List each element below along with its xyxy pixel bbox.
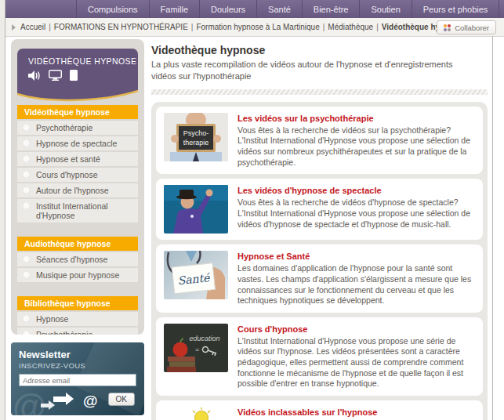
card-videos-inclassables[interactable]: Vidéos inclassables sur l'hypnose Les vi… xyxy=(156,400,483,420)
sidebar-item-hypnose-et-sante[interactable]: Hypnose et santé xyxy=(17,152,138,166)
sidebar-item-psychotherapie-livres[interactable]: Psychothérapie xyxy=(17,328,138,335)
page-left-edge xyxy=(0,0,5,420)
newsletter-email-input[interactable] xyxy=(19,374,136,386)
breadcrumb-separator: | xyxy=(191,23,194,31)
sidebar-group-bibliotheque-header[interactable]: Bibliothèque hypnose xyxy=(17,296,138,310)
arrow-right-icon xyxy=(53,393,74,405)
card-hypnose-sante[interactable]: Santé Hypnose et Santé Les domaines d'ap… xyxy=(156,244,483,313)
sidebar-item-psychotherapie[interactable]: Psychothérapie xyxy=(17,121,138,135)
svg-text:=: = xyxy=(195,346,199,353)
inclassables-thumbnail-image xyxy=(164,407,228,420)
nav-item-douleurs[interactable]: Douleurs xyxy=(199,0,256,18)
newsletter-box: @ Newsletter INSCRIVEZ-VOUS @ OK xyxy=(11,342,144,415)
card-text-cours: L'Institut International d'Hypnose vous … xyxy=(237,336,475,389)
newsletter-subtitle: INSCRIVEZ-VOUS xyxy=(19,361,136,370)
card-title-cours[interactable]: Cours d'hypnose xyxy=(237,324,475,334)
chalkboard-text-line1: Psycho- xyxy=(183,129,209,137)
card-text-spectacle: Vous êtes à la recherche de vidéos d'hyp… xyxy=(237,197,475,230)
nav-item-bien-etre[interactable]: Bien-être xyxy=(302,0,360,18)
breadcrumb-bar: Accueil | FORMATIONS EN HYPNOTHÉRAPIE | … xyxy=(5,18,504,37)
breadcrumb-mediatheque[interactable]: Médiathèque xyxy=(328,23,373,31)
breadcrumb-arrow-icon xyxy=(12,24,16,31)
breadcrumb-separator: | xyxy=(376,23,379,31)
newsletter-ok-button[interactable]: OK xyxy=(108,393,135,406)
speaker-icon xyxy=(28,71,41,81)
cours-thumbnail-image: education = xyxy=(164,324,228,372)
video-category-list: Psycho- therapie Les vidéos sur la psych… xyxy=(151,102,488,420)
breadcrumb-accueil[interactable]: Accueil xyxy=(20,23,45,31)
bullet-icon xyxy=(23,139,30,147)
bullet-icon xyxy=(23,171,30,178)
page-subtitle: La plus vaste recompilation de vidéos au… xyxy=(151,59,465,82)
nav-item-performances[interactable]: Performances xyxy=(499,0,504,18)
breadcrumb-formation-martinique[interactable]: Formation hypnose à La Martinique xyxy=(196,23,319,31)
collaborate-button[interactable]: Collaborer xyxy=(437,20,496,34)
card-title-sante[interactable]: Hypnose et Santé xyxy=(237,252,475,261)
nav-item-compulsions[interactable]: Compulsions xyxy=(76,0,149,18)
bullet-icon xyxy=(23,124,30,131)
sidebar-item-autour-de-lhypnose[interactable]: Autour de l'hypnose xyxy=(17,183,138,197)
sidebar-item-label: Cours d'hypnose xyxy=(36,170,97,179)
psychotherapie-thumbnail-image: Psycho- therapie xyxy=(164,113,228,161)
sidebar-group-videotheque-header[interactable]: Vidéothèque hypnose xyxy=(17,105,138,119)
sidebar-item-hypnose[interactable]: Hypnose xyxy=(17,312,138,326)
bullet-icon xyxy=(23,271,30,278)
main-content: Videothèque hypnose La plus vaste recomp… xyxy=(151,44,488,420)
sidebar-item-label: Hypnose xyxy=(36,314,68,324)
sidebar-item-musique-pour-hypnose[interactable]: Musique pour hypnose xyxy=(17,268,138,282)
card-psychotherapie[interactable]: Psycho- therapie Les vidéos sur la psych… xyxy=(156,107,483,175)
card-cours-hypnose[interactable]: education = Cours d'hypnose L'Institut I… xyxy=(156,317,483,396)
sidebar-group-bibliotheque: Bibliothèque hypnose Hypnose Psychothéra… xyxy=(17,296,138,335)
tablet-icon xyxy=(70,70,78,81)
sidebar-item-cours-dhypnose[interactable]: Cours d'hypnose xyxy=(17,168,138,182)
newsletter-bottom-row: @ OK xyxy=(19,391,136,411)
sidebar-item-label: Hypnose de spectacle xyxy=(36,139,117,148)
sidebar-item-label: Autour de l'hypnose xyxy=(36,186,109,195)
sidebar-item-label: Musique pour hypnose xyxy=(36,270,119,280)
sidebar-swoosh-decoration xyxy=(17,89,138,102)
page-right-border xyxy=(492,36,493,420)
sidebar-item-label: Hypnose et santé xyxy=(36,154,100,164)
newsletter-title: Newsletter xyxy=(19,349,136,360)
top-navigation: Compulsions Famille Douleurs Santé Bien-… xyxy=(5,0,504,18)
sidebar-hero-title: VIDÉOTHÈQUE HYPNOSE xyxy=(28,56,138,66)
sidebar-group-videotheque: Vidéothèque hypnose Psychothérapie Hypno… xyxy=(17,105,138,223)
sidebar-item-label: Séances d'hypnose xyxy=(36,255,107,264)
sidebar-hero-banner: VIDÉOTHÈQUE HYPNOSE xyxy=(17,49,138,89)
sidebar-item-label: Psychothérapie xyxy=(36,123,92,132)
hatched-divider xyxy=(151,89,488,95)
sidebar-item-label: Psychothérapie xyxy=(36,330,92,335)
sidebar: VIDÉOTHÈQUE HYPNOSE xyxy=(11,39,144,335)
sidebar-group-audiotheque-header[interactable]: Audiothèque hypnose xyxy=(17,237,138,251)
nav-item-peurs-et-phobies[interactable]: Peurs et phobies xyxy=(412,0,499,18)
card-text-sante: Les domaines d'application de l'hypnose … xyxy=(237,263,475,306)
breadcrumb-separator: | xyxy=(49,23,51,31)
collaborate-dots-icon xyxy=(444,24,451,31)
page-title: Videothèque hypnose xyxy=(151,44,488,56)
nav-item-soutien[interactable]: Soutien xyxy=(359,0,411,18)
sidebar-hero: VIDÉOTHÈQUE HYPNOSE xyxy=(17,45,138,100)
collaborate-label: Collaborer xyxy=(455,24,489,32)
card-text-psychotherapie: Vous êtes à la recherche de vidéos sur l… xyxy=(237,125,475,168)
sidebar-item-hypnose-de-spectacle[interactable]: Hypnose de spectacle xyxy=(17,136,138,150)
spectacle-thumbnail-image xyxy=(164,185,228,234)
breadcrumb-formations[interactable]: FORMATIONS EN HYPNOTHÉRAPIE xyxy=(54,23,188,31)
bullet-icon xyxy=(23,155,30,162)
bullet-icon xyxy=(23,255,30,262)
card-hypnose-spectacle[interactable]: Les vidéos d'hypnose de spectacle Vous ê… xyxy=(156,179,483,240)
nav-item-sante[interactable]: Santé xyxy=(256,0,302,18)
nav-item-famille[interactable]: Famille xyxy=(149,0,199,18)
sidebar-item-seances-dhypnose[interactable]: Séances d'hypnose xyxy=(17,252,138,266)
card-title-spectacle[interactable]: Les vidéos d'hypnose de spectacle xyxy=(237,186,475,195)
sidebar-group-audiotheque: Audiothèque hypnose Séances d'hypnose Mu… xyxy=(17,237,138,282)
bullet-icon xyxy=(23,202,30,209)
sante-thumbnail-image: Santé xyxy=(164,251,228,299)
bullet-icon xyxy=(23,315,30,322)
card-title-inclassables[interactable]: Vidéos inclassables sur l'hypnose xyxy=(237,407,475,417)
sidebar-item-label: Institut International d'Hypnose xyxy=(36,201,108,220)
sidebar-hero-icons xyxy=(28,70,138,81)
chalkboard-text-line2: therapie xyxy=(183,139,209,147)
card-title-psychotherapie[interactable]: Les vidéos sur la psychothérapie xyxy=(237,114,475,123)
sidebar-item-institut-international[interactable]: Institut International d'Hypnose xyxy=(17,199,138,223)
chalk-text-education: education xyxy=(189,335,219,342)
